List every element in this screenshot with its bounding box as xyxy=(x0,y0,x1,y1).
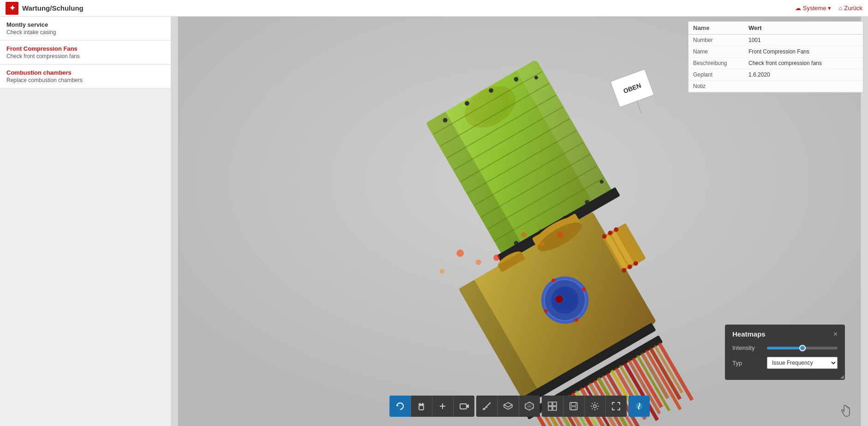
info-row-value-4 xyxy=(744,81,863,92)
svg-line-100 xyxy=(483,402,491,410)
fullscreen-tool-button[interactable] xyxy=(605,396,627,417)
intensity-slider[interactable] xyxy=(767,347,838,349)
svg-point-87 xyxy=(476,260,481,265)
svg-rect-110 xyxy=(553,402,557,406)
zoom-tool-button[interactable] xyxy=(432,396,453,417)
info-row-name-0: Number xyxy=(688,35,744,46)
sidebar-item-desc-1: Check front compression fans xyxy=(6,53,164,59)
sidebar-item-0[interactable]: Montly service Check intake casing xyxy=(0,17,171,41)
info-row-2: BeschreibungCheck front compression fans xyxy=(688,58,863,69)
split-tool-button[interactable] xyxy=(542,396,563,417)
toolbar-group-navigate xyxy=(389,396,474,417)
info-row-3: Geplant1.6.2020 xyxy=(688,69,863,81)
systeme-label: Systeme xyxy=(803,5,826,12)
heatmap-close-button[interactable]: × xyxy=(833,331,838,338)
heatmap-toggle-button[interactable] xyxy=(629,396,650,417)
chevron-down-icon: ▾ xyxy=(828,5,831,12)
heatmap-typ-label: Typ xyxy=(732,360,762,367)
info-row-name-2: Beschreibung xyxy=(688,58,744,69)
svg-point-91 xyxy=(540,242,545,246)
sidebar-item-desc-2: Replace combustion chambers xyxy=(6,77,164,83)
settings-tool-button[interactable] xyxy=(584,396,605,417)
heatmap-typ-row: Typ Issue Frequency xyxy=(732,357,838,369)
info-row-value-2: Check front compression fans xyxy=(744,58,863,69)
measure-tool-button[interactable] xyxy=(476,396,497,417)
heatmap-typ-select[interactable]: Issue Frequency xyxy=(767,357,838,369)
header-right: ☁ Systeme ▾ ⌂ Zurück xyxy=(795,5,862,12)
sidebar-item-title-2: Combustion chambers xyxy=(6,69,164,76)
info-row-value-3: 1.6.2020 xyxy=(744,69,863,81)
svg-point-92 xyxy=(557,232,563,238)
save-tool-button[interactable] xyxy=(563,396,584,417)
sidebar-item-title-0: Montly service xyxy=(6,21,164,28)
heatmap-resize-handle[interactable]: ◢ xyxy=(840,374,844,379)
logo-icon: ✦ xyxy=(6,2,18,15)
cloud-icon: ☁ xyxy=(795,5,801,12)
svg-rect-113 xyxy=(570,402,577,410)
info-row-4: Notiz xyxy=(688,81,863,92)
info-row-1: NameFront Compression Fans xyxy=(688,46,863,58)
zuruck-button[interactable]: ⌂ Zurück xyxy=(838,5,862,12)
zuruck-label: Zurück xyxy=(844,5,862,12)
info-row-name-1: Name xyxy=(688,46,744,58)
model-tool-button[interactable] xyxy=(519,396,540,417)
toolbar-group-heatmap xyxy=(629,396,650,417)
heatmap-intensity-label: Intensity xyxy=(732,344,762,351)
viewport[interactable]: OBEN Name Wert Number1001NameFront Compr… xyxy=(171,17,868,426)
camera-tool-button[interactable] xyxy=(453,396,474,417)
heatmap-panel: Heatmaps × Intensity Typ Issue Frequency… xyxy=(725,325,845,380)
svg-rect-111 xyxy=(548,407,552,410)
layer-tool-button[interactable] xyxy=(497,396,519,417)
svg-rect-114 xyxy=(571,402,576,406)
systeme-button[interactable]: ☁ Systeme ▾ xyxy=(795,5,832,12)
slider-thumb xyxy=(799,345,806,351)
svg-point-116 xyxy=(593,405,596,408)
toolbar-group-tools xyxy=(476,396,540,417)
info-row-name-4: Notiz xyxy=(688,81,744,92)
svg-rect-115 xyxy=(571,407,576,410)
info-row-name-3: Geplant xyxy=(688,69,744,81)
svg-point-90 xyxy=(521,232,527,238)
info-col2-header: Wert xyxy=(744,22,863,35)
sidebar-item-1[interactable]: Front Compression Fans Check front compr… xyxy=(0,41,171,65)
rotate-tool-button[interactable] xyxy=(389,396,411,417)
heatmap-header: Heatmaps × xyxy=(732,330,838,338)
info-panel: Name Wert Number1001NameFront Compressio… xyxy=(688,21,863,93)
heatmap-intensity-row: Intensity xyxy=(732,344,838,351)
sidebar-item-title-1: Front Compression Fans xyxy=(6,45,164,52)
info-row-value-0: 1001 xyxy=(744,35,863,46)
sidebar-item-desc-0: Check intake casing xyxy=(6,29,164,36)
svg-point-89 xyxy=(440,269,444,274)
home-icon: ⌂ xyxy=(838,5,842,12)
svg-point-86 xyxy=(456,249,464,257)
info-row-0: Number1001 xyxy=(688,35,863,46)
slider-fill xyxy=(767,347,802,349)
svg-rect-109 xyxy=(548,402,552,406)
svg-marker-104 xyxy=(504,402,512,407)
svg-rect-112 xyxy=(553,407,557,410)
pan-tool-button[interactable] xyxy=(411,396,432,417)
gesture-icon xyxy=(838,402,854,421)
toolbar xyxy=(389,396,650,417)
header: ✦ Wartung/Schulung ☁ Systeme ▾ ⌂ Zurück xyxy=(0,0,868,17)
heatmap-title: Heatmaps xyxy=(732,330,766,338)
app-title: Wartung/Schulung xyxy=(22,4,84,12)
header-left: ✦ Wartung/Schulung xyxy=(6,2,84,15)
toolbar-group-view xyxy=(542,396,627,417)
info-col1-header: Name xyxy=(688,22,744,35)
sidebar-item-2[interactable]: Combustion chambers Replace combustion c… xyxy=(0,65,171,89)
svg-rect-98 xyxy=(460,404,467,409)
info-row-value-1: Front Compression Fans xyxy=(744,46,863,58)
sidebar: Montly service Check intake casing Front… xyxy=(0,17,171,426)
svg-point-88 xyxy=(493,254,500,261)
